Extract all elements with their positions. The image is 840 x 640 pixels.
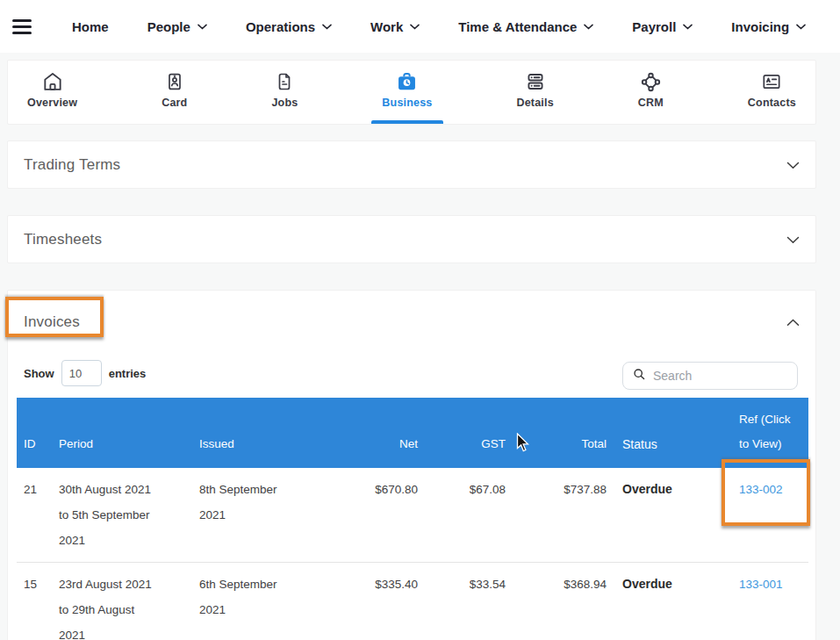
cell-gst: $33.54 <box>425 572 513 640</box>
chevron-down-icon[interactable] <box>786 157 800 173</box>
tab-label: Business <box>382 97 432 109</box>
nav-item-work[interactable]: Work <box>370 19 420 34</box>
table-row: 21 30th August 2021 to 5th September 202… <box>17 468 808 563</box>
chevron-down-icon <box>683 24 693 30</box>
section-title: Invoices <box>24 313 80 331</box>
timesheets-section: Timesheets <box>7 215 816 263</box>
column-header-total[interactable]: Total <box>513 432 614 468</box>
tab-label: Details <box>516 97 553 109</box>
table-header-row: ID Period Issued Net GST Total Status Re… <box>17 398 808 468</box>
timesheets-header[interactable]: Timesheets <box>8 216 815 262</box>
column-header-id[interactable]: ID <box>17 432 52 468</box>
entries-count-input[interactable] <box>61 360 102 386</box>
status-badge: Overdue <box>614 572 697 640</box>
column-header-issued[interactable]: Issued <box>192 432 311 468</box>
chevron-down-icon <box>410 24 420 30</box>
tab-contacts[interactable]: Contacts <box>734 61 810 124</box>
chevron-up-icon[interactable] <box>786 314 800 330</box>
chevron-down-icon <box>197 24 207 30</box>
briefcase-icon <box>395 69 419 94</box>
tab-label: Contacts <box>748 97 796 109</box>
tab-overview[interactable]: Overview <box>13 61 91 124</box>
entries-label: entries <box>109 367 147 380</box>
cell-id: 21 <box>17 477 52 553</box>
table-controls: Show entries <box>24 360 800 390</box>
trading-terms-header[interactable]: Trading Terms <box>8 141 815 188</box>
cell-total: $368.94 <box>513 572 614 640</box>
chevron-down-icon[interactable] <box>786 232 800 248</box>
cell-id: 15 <box>17 572 52 640</box>
active-tab-underline <box>371 120 442 124</box>
cell-total: $737.88 <box>513 477 614 553</box>
cell-period: 23rd August 2021 to 29th August 2021 <box>52 572 192 640</box>
id-badge-icon <box>164 69 185 94</box>
nav-item-payroll[interactable]: Payroll <box>632 19 693 34</box>
invoice-ref-link[interactable]: 133-002 <box>739 483 783 496</box>
tab-jobs[interactable]: Jobs <box>257 61 312 124</box>
tab-label: Card <box>162 97 187 109</box>
status-badge: Overdue <box>614 477 697 553</box>
home-icon <box>41 69 64 94</box>
table-row: 15 23rd August 2021 to 29th August 2021 … <box>17 563 808 640</box>
tab-label: CRM <box>638 97 664 109</box>
invoices-table: ID Period Issued Net GST Total Status Re… <box>17 398 808 640</box>
column-header-net[interactable]: Net <box>311 432 425 468</box>
search-input[interactable] <box>653 369 785 383</box>
cell-period: 30th August 2021 to 5th September 2021 <box>52 477 192 553</box>
column-header-gst[interactable]: GST <box>425 432 513 468</box>
show-label: Show <box>24 367 54 380</box>
search-box[interactable] <box>622 362 798 390</box>
column-header-period[interactable]: Period <box>52 432 192 468</box>
tab-business[interactable]: Business <box>368 61 446 124</box>
section-title: Trading Terms <box>24 156 120 174</box>
nav-item-home[interactable]: Home <box>72 19 109 34</box>
document-icon <box>274 69 295 94</box>
chevron-down-icon <box>322 24 332 30</box>
hamburger-menu-icon[interactable] <box>12 19 32 34</box>
nav-item-invoicing[interactable]: Invoicing <box>731 19 806 34</box>
top-navigation: Home People Operations Work Time & Atten… <box>0 0 840 53</box>
column-header-status[interactable]: Status <box>614 432 697 468</box>
invoices-header[interactable]: Invoices <box>17 298 807 347</box>
tab-label: Overview <box>27 97 77 109</box>
cell-net: $670.80 <box>311 477 425 553</box>
tab-details[interactable]: Details <box>502 61 567 124</box>
nav-item-people[interactable]: People <box>147 19 207 34</box>
invoice-ref-link[interactable]: 133-001 <box>739 578 783 591</box>
network-icon <box>639 69 663 94</box>
chevron-down-icon <box>796 24 806 30</box>
cell-net: $335.40 <box>311 572 425 640</box>
record-tab-bar: Overview Card Jobs Business Details CRM … <box>7 60 816 125</box>
column-header-ref[interactable]: Ref (Click to View) <box>697 407 808 468</box>
tab-crm[interactable]: CRM <box>624 61 678 124</box>
tab-label: Jobs <box>271 97 298 109</box>
chevron-down-icon <box>584 24 593 30</box>
server-stack-icon <box>524 69 547 94</box>
invoices-section: Invoices Show entries ID Period Issued N… <box>7 290 816 640</box>
nav-item-time-attendance[interactable]: Time & Attendance <box>458 19 593 34</box>
trading-terms-section: Trading Terms <box>7 140 816 189</box>
search-icon <box>632 367 646 385</box>
nav-item-operations[interactable]: Operations <box>246 19 332 34</box>
cell-gst: $67.08 <box>425 477 513 553</box>
cell-issued: 8th September 2021 <box>192 477 311 553</box>
section-title: Timesheets <box>24 231 102 248</box>
tab-card[interactable]: Card <box>147 61 201 124</box>
cell-issued: 6th September 2021 <box>192 572 311 640</box>
contact-card-icon <box>760 69 783 94</box>
